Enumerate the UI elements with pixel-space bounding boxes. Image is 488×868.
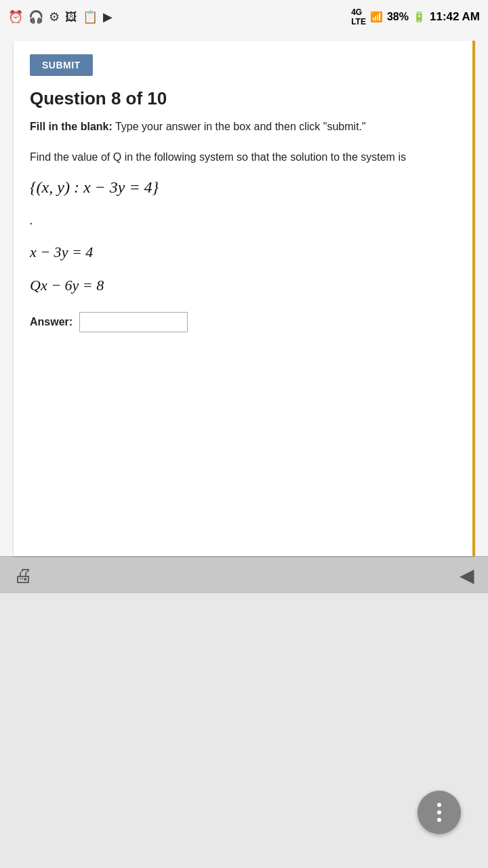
fab-dots-icon [437, 803, 441, 822]
fab-more-button[interactable] [418, 791, 461, 834]
lower-area [0, 593, 488, 868]
signal-bars: 📶 [370, 11, 383, 23]
network-type: 4GLTE [351, 7, 366, 26]
battery-icon: 🔋 [413, 11, 426, 23]
period-separator: . [30, 211, 458, 231]
submit-button[interactable]: SUBMIT [30, 54, 93, 76]
time-display: 11:42 AM [430, 10, 480, 24]
bottom-toolbar: 🖨 ◀ [0, 556, 488, 593]
print-icon[interactable]: 🖨 [14, 564, 33, 587]
fab-dot-1 [437, 803, 441, 807]
instruction-rest: Type your answer in the box and then cli… [113, 121, 366, 132]
alarm-icon: ⏰ [8, 9, 23, 24]
battery-percent: 38% [387, 11, 409, 23]
status-right-icons: 4GLTE 📶 38% 🔋 11:42 AM [351, 7, 480, 26]
fab-dot-3 [437, 818, 441, 822]
equation-1: x − 3y = 4 [30, 240, 458, 264]
answer-input[interactable] [79, 312, 188, 332]
question-title: Question 8 of 10 [30, 88, 458, 109]
back-icon[interactable]: ◀ [460, 564, 474, 587]
play-icon: ▶ [103, 9, 113, 24]
fab-dot-2 [437, 810, 441, 814]
problem-text: Find the value of Q in the following sys… [30, 149, 458, 166]
instruction-text: Fill in the blank: Type your answer in t… [30, 119, 458, 135]
headphone-icon: 🎧 [28, 9, 43, 24]
set-notation: {(x, y) : x − 3y = 4} [30, 174, 458, 200]
card-accent-border [472, 41, 475, 556]
instruction-bold: Fill in the blank: [30, 121, 113, 132]
quiz-card: SUBMIT Question 8 of 10 Fill in the blan… [14, 41, 474, 556]
image-icon: 🖼 [65, 10, 77, 24]
copy-icon: 📋 [83, 9, 98, 24]
quiz-container: SUBMIT Question 8 of 10 Fill in the blan… [0, 34, 488, 556]
status-left-icons: ⏰ 🎧 ⚙ 🖼 📋 ▶ [8, 9, 113, 24]
equation-2: Qx − 6y = 8 [30, 273, 458, 297]
answer-label: Answer: [30, 316, 73, 328]
status-bar: ⏰ 🎧 ⚙ 🖼 📋 ▶ 4GLTE 📶 38% 🔋 11:42 AM [0, 0, 488, 34]
answer-row: Answer: [30, 312, 458, 332]
sync-icon: ⚙ [49, 9, 60, 24]
